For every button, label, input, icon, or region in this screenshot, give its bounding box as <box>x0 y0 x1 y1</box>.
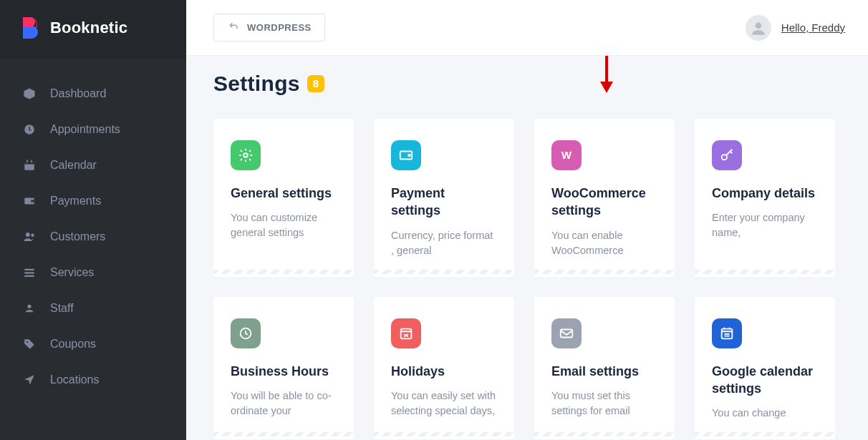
brand-name: Booknetic <box>50 19 127 37</box>
sidebar-nav: Dashboard Appointments Calendar Payments <box>0 59 186 398</box>
calendar-icon <box>712 318 742 348</box>
sidebar-item-label: Appointments <box>50 123 120 136</box>
content: Settings 8 General settings You can cust… <box>186 56 868 439</box>
card-desc: You can easily set with selecting specia… <box>391 388 497 419</box>
calendar-x-icon <box>391 318 421 348</box>
location-icon <box>21 372 37 388</box>
calendar-icon <box>21 157 37 173</box>
wordpress-back-button[interactable]: WORDPRESS <box>213 14 325 41</box>
sidebar-item-services[interactable]: Services <box>0 255 186 290</box>
back-arrow-icon <box>227 21 240 34</box>
card-title: Company details <box>712 185 818 202</box>
users-icon <box>21 229 37 245</box>
svg-rect-10 <box>24 272 34 273</box>
avatar <box>746 15 771 41</box>
sidebar-item-label: Customers <box>50 230 105 243</box>
card-woocommerce-settings[interactable]: W WooCommerce settings You can enable Wo… <box>534 119 675 277</box>
list-icon <box>21 265 37 280</box>
settings-grid: General settings You can customize gener… <box>213 119 842 439</box>
sidebar-item-calendar[interactable]: Calendar <box>0 147 186 183</box>
mail-icon <box>551 318 582 348</box>
brand[interactable]: Booknetic <box>0 0 186 59</box>
sidebar-item-label: Payments <box>50 195 101 207</box>
wallet-icon <box>21 193 37 209</box>
svg-rect-4 <box>31 160 32 163</box>
greeting-link[interactable]: Hello, Freddy <box>781 21 845 34</box>
user-icon <box>21 300 37 316</box>
sidebar-item-label: Staff <box>50 302 74 315</box>
card-desc: You will be able to co-ordinate your <box>231 388 337 419</box>
sidebar-item-label: Coupons <box>50 338 96 351</box>
svg-rect-6 <box>31 200 34 202</box>
clock-icon <box>21 122 37 137</box>
svg-rect-3 <box>26 160 28 163</box>
card-holidays[interactable]: Holidays You can easily set with selecti… <box>374 297 514 440</box>
card-desc: You can change <box>712 406 818 421</box>
svg-text:W: W <box>561 150 572 161</box>
svg-rect-9 <box>24 269 34 270</box>
card-title: WooCommerce settings <box>551 185 657 220</box>
card-title: Holidays <box>391 363 497 380</box>
main: WORDPRESS Hello, Freddy Settings 8 <box>186 0 868 440</box>
sidebar-item-label: Locations <box>50 373 100 386</box>
box-icon <box>21 86 37 102</box>
card-title: Google calendar settings <box>712 363 818 398</box>
svg-rect-22 <box>401 328 412 338</box>
svg-point-20 <box>722 155 727 160</box>
svg-point-16 <box>243 153 248 157</box>
sidebar: Booknetic Dashboard Appointments Calenda… <box>0 0 186 440</box>
tag-icon <box>21 336 37 352</box>
sidebar-item-locations[interactable]: Locations <box>0 362 186 398</box>
sidebar-item-customers[interactable]: Customers <box>0 219 186 255</box>
sidebar-item-label: Dashboard <box>50 87 106 100</box>
woocommerce-icon: W <box>551 140 582 170</box>
svg-point-12 <box>27 305 31 308</box>
user-box[interactable]: Hello, Freddy <box>746 15 845 41</box>
svg-point-18 <box>408 155 410 157</box>
card-title: Business Hours <box>231 363 337 380</box>
card-company-details[interactable]: Company details Enter your company name, <box>695 119 835 277</box>
svg-point-13 <box>26 341 28 343</box>
gear-icon <box>231 140 261 170</box>
svg-point-7 <box>26 233 30 237</box>
page-title-row: Settings 8 <box>213 72 842 96</box>
card-title: Payment settings <box>391 185 497 220</box>
card-desc: You must set this settings for email not… <box>551 388 657 420</box>
card-business-hours[interactable]: Business Hours You will be able to co-or… <box>213 297 354 440</box>
clock-icon <box>231 318 261 348</box>
sidebar-item-label: Calendar <box>50 159 97 172</box>
sidebar-item-dashboard[interactable]: Dashboard <box>0 76 186 112</box>
card-desc: You can customize general settings <box>231 210 337 240</box>
svg-point-8 <box>31 234 34 238</box>
topbar: WORDPRESS Hello, Freddy <box>186 0 868 56</box>
card-email-settings[interactable]: Email settings You must set this setting… <box>534 297 675 440</box>
page-count-badge: 8 <box>307 75 324 92</box>
card-general-settings[interactable]: General settings You can customize gener… <box>213 119 354 277</box>
card-title: General settings <box>231 185 337 202</box>
wallet-icon <box>391 140 421 170</box>
sidebar-item-label: Services <box>50 266 94 279</box>
svg-rect-2 <box>24 162 34 165</box>
svg-rect-23 <box>561 329 573 337</box>
svg-rect-11 <box>24 275 34 277</box>
card-desc: Enter your company name, <box>712 210 818 240</box>
card-title: Email settings <box>551 363 657 380</box>
sidebar-item-staff[interactable]: Staff <box>0 290 186 326</box>
key-icon <box>712 140 742 170</box>
page-title: Settings <box>213 72 300 96</box>
card-payment-settings[interactable]: Payment settings Currency, price format … <box>374 119 514 277</box>
card-desc: Currency, price format , general <box>391 228 497 258</box>
svg-point-14 <box>755 22 761 29</box>
card-desc: You can enable WooCommerce <box>551 228 657 258</box>
sidebar-item-payments[interactable]: Payments <box>0 183 186 219</box>
wordpress-label: WORDPRESS <box>247 22 312 33</box>
card-google-calendar-settings[interactable]: Google calendar settings You can change <box>695 297 835 440</box>
sidebar-item-appointments[interactable]: Appointments <box>0 112 186 147</box>
sidebar-item-coupons[interactable]: Coupons <box>0 326 186 362</box>
brand-logo-icon <box>20 16 42 40</box>
